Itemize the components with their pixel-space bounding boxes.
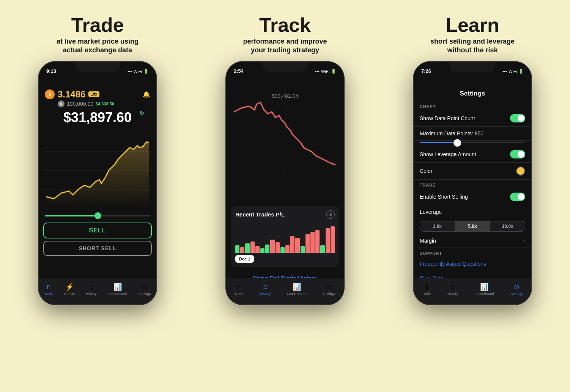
tab-leaderboard-label-3: Leaderboard xyxy=(475,292,494,296)
margin-row[interactable]: Margin › xyxy=(414,234,531,248)
bell-icon: 🔔 xyxy=(143,91,150,98)
trade-slider[interactable] xyxy=(39,212,156,220)
status-bar-1: 9:13 ▪▪▪ WiFi 🔋 xyxy=(39,62,156,75)
recent-trades-header: Recent Trades P/L $ xyxy=(235,210,335,219)
leverage-row: Leverage xyxy=(414,205,531,219)
usd-row: $ 100,000.00 $4,338.50 xyxy=(45,100,150,107)
tab-history-1[interactable]: ≡ History xyxy=(86,283,97,296)
refresh-icon[interactable]: ↻ xyxy=(139,110,144,117)
tab-settings-2[interactable]: ⊙ Settings xyxy=(323,283,336,296)
panels-container: Trade at live market price usingactual e… xyxy=(0,0,570,392)
bar-8 xyxy=(270,240,274,253)
status-icons-3: ▪▪▪ WiFi 🔋 xyxy=(502,69,524,74)
bar-1 xyxy=(235,245,239,253)
tab-settings-label-3: Settings xyxy=(511,292,523,296)
bar-19 xyxy=(326,228,330,253)
btc-number: 3.1486 xyxy=(58,89,85,100)
recent-trades-card: Recent Trades P/L $ xyxy=(231,206,339,267)
battery-icon: 🔋 xyxy=(143,69,149,74)
history-icon-1: ≡ xyxy=(89,283,93,291)
slider-track xyxy=(45,215,150,216)
faq-link[interactable]: Frequently Asked Questions xyxy=(420,261,486,267)
tab-trade-3[interactable]: ₿ Trade xyxy=(422,283,431,296)
tab-leaderboard-1[interactable]: 📊 Leaderboard xyxy=(108,283,127,296)
margin-label: Margin xyxy=(420,238,436,244)
wifi-icon: WiFi xyxy=(134,69,142,74)
show-data-point-toggle[interactable] xyxy=(510,114,525,122)
max-data-slider[interactable] xyxy=(414,141,531,146)
tab-bar-2: ₿ Trade ≡ History 📊 Leaderboard ⊙ Settin… xyxy=(226,278,344,304)
trade-icon-3: ₿ xyxy=(425,283,428,291)
tab-leaderboard-label-1: Leaderboard xyxy=(108,292,127,296)
short-sell-button[interactable]: SHORT SELL xyxy=(43,241,152,256)
battery-icon-3: 🔋 xyxy=(518,69,524,74)
phone-1-screen: 9:13 ▪▪▪ WiFi 🔋 ₿ 3.1486 10x xyxy=(39,62,156,304)
lev-btn-5x[interactable]: 5.0x xyxy=(455,221,490,232)
panel-1-subtitle: at live market price usingactual exchang… xyxy=(57,37,139,55)
bar-17 xyxy=(315,230,320,253)
tab-leaderboard-3[interactable]: 📊 Leaderboard xyxy=(475,283,494,296)
phone-3-screen: 7:26 ▪▪▪ WiFi 🔋 Settings CHART Show Data… xyxy=(414,62,531,304)
slider-thumb[interactable] xyxy=(94,212,101,219)
status-icons-2: ▪▪▪ WiFi 🔋 xyxy=(315,69,336,74)
enable-short-toggle[interactable] xyxy=(510,193,525,201)
btc-icon: ₿ xyxy=(45,89,55,99)
panel-3-title: Learn xyxy=(446,15,499,35)
bitcoin-price-row: ₿ 3.1486 10x 🔔 xyxy=(45,89,150,100)
sell-button[interactable]: SELL xyxy=(43,223,152,238)
tab-trade-label-3: Trade xyxy=(422,292,431,296)
bar-12 xyxy=(290,236,294,253)
show-leverage-toggle[interactable] xyxy=(510,150,525,158)
show-leverage-label: Show Leverage Amount xyxy=(420,151,476,157)
tab-trade-2[interactable]: ₿ Trade xyxy=(235,283,243,296)
phone-2-screen: 2:54 ▪▪▪ WiFi 🔋 $99,482.04 xyxy=(226,62,344,304)
panel-3-subtitle: short selling and leveragewithout the ri… xyxy=(430,37,515,55)
slider-settings-thumb[interactable] xyxy=(453,139,461,147)
leaderboard-icon-2: 📊 xyxy=(293,283,301,291)
track-chart-svg xyxy=(226,89,344,188)
tab-boosts[interactable]: ⚡ Boosts xyxy=(64,283,75,296)
chart-price-label: $99,482.04 xyxy=(272,93,298,99)
tab-history-label-1: History xyxy=(86,292,97,296)
lev-btn-10x[interactable]: 10.0x xyxy=(490,221,525,232)
section-header-trade: TRADE xyxy=(414,180,531,189)
bar-6 xyxy=(260,248,265,253)
max-data-points-row: Maximum Data Points: 850 xyxy=(414,127,531,141)
tab-history-2[interactable]: ≡ History xyxy=(260,283,271,296)
tab-history-3[interactable]: ≡ History xyxy=(447,283,458,296)
faq-row[interactable]: Frequently Asked Questions xyxy=(414,257,531,271)
leaderboard-icon-1: 📊 xyxy=(113,283,122,291)
enable-short-row: Enable Short Selling xyxy=(414,189,531,205)
panel-trade: Trade at live market price usingactual e… xyxy=(4,8,191,384)
usd-icon: $ xyxy=(58,100,65,107)
panel-1-title: Trade xyxy=(71,15,124,35)
tab-leaderboard-2[interactable]: 📊 Leaderboard xyxy=(287,283,307,296)
bar-9 xyxy=(276,242,280,253)
bar-20 xyxy=(331,226,335,253)
tab-settings-1[interactable]: ⊙ Settings xyxy=(139,283,151,296)
tab-trade-label-2: Trade xyxy=(235,292,243,296)
color-circle[interactable] xyxy=(516,166,525,176)
tab-history-label-3: History xyxy=(447,292,458,296)
status-time-1: 9:13 xyxy=(46,68,56,74)
tab-settings-3[interactable]: ⊙ Settings xyxy=(511,283,523,296)
panel-learn: Learn short selling and leveragewithout … xyxy=(379,8,566,384)
signal-icon-3: ▪▪▪ xyxy=(502,69,507,74)
status-bar-3: 7:26 ▪▪▪ WiFi 🔋 xyxy=(414,62,531,75)
track-chart-area: $99,482.04 xyxy=(226,89,344,203)
main-price: $31,897.60 xyxy=(63,108,132,125)
color-row: Color xyxy=(414,163,531,180)
trade-chart-svg xyxy=(43,129,153,212)
date-label: Dec 1 xyxy=(235,255,254,263)
settings-icon-3: ⊙ xyxy=(514,283,520,291)
max-data-points-label: Maximum Data Points: 850 xyxy=(420,130,483,136)
phone-1-header: ₿ 3.1486 10x 🔔 $ 100,000.00 $4,338.50 $3… xyxy=(39,75,156,129)
bar-10 xyxy=(280,247,285,253)
leverage-badge: 10x xyxy=(88,91,99,97)
lev-btn-1x[interactable]: 1.0x xyxy=(420,221,455,232)
section-header-support: SUPPORT xyxy=(414,248,531,257)
tab-trade-1[interactable]: ₿ Trade xyxy=(44,283,53,296)
show-leverage-row: Show Leverage Amount xyxy=(414,146,531,163)
tab-settings-label-2: Settings xyxy=(323,292,336,296)
panel-track: Track performance and improveyour tradin… xyxy=(191,8,379,384)
